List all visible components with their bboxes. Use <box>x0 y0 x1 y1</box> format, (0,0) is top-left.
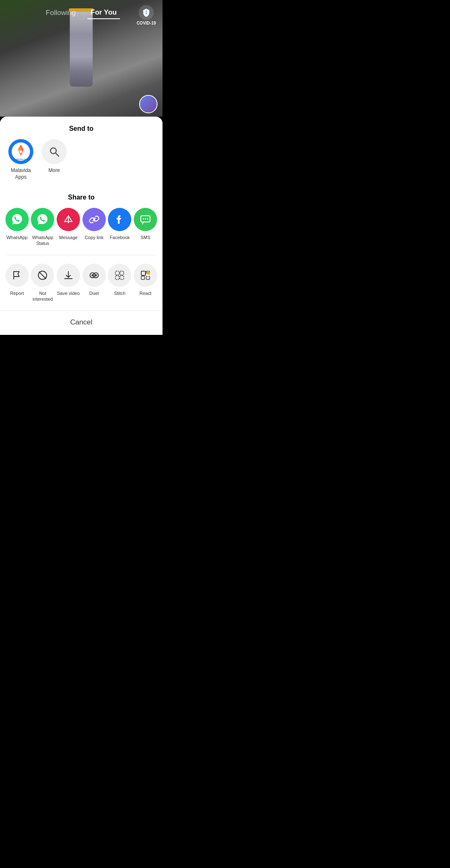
svg-point-10 <box>143 218 144 219</box>
not-interested-icon <box>31 264 54 287</box>
duet-icon <box>82 264 106 287</box>
sms-label: SMS <box>140 234 150 240</box>
svg-rect-23 <box>115 276 119 279</box>
save-video-label: Save video <box>57 290 80 296</box>
svg-rect-22 <box>120 271 124 275</box>
share-item-more[interactable]: More <box>42 139 67 180</box>
svg-rect-28 <box>146 276 150 279</box>
nav-bar: Following · For You COVID-19 <box>0 0 162 26</box>
svg-point-20 <box>95 274 97 276</box>
send-to-header: Send to <box>0 117 162 139</box>
whatsapp-icon <box>5 208 29 231</box>
whatsapp-label: WhatsApp <box>6 234 28 240</box>
stitch-label: Stitch <box>114 290 126 296</box>
action-react[interactable]: 😊 React <box>133 264 158 302</box>
share-message[interactable]: Message <box>56 208 80 247</box>
action-save-video[interactable]: Save video <box>56 264 80 302</box>
nav-tabs: Following · For You <box>42 7 120 19</box>
facebook-label: Facebook <box>110 234 130 240</box>
save-video-icon <box>57 264 80 287</box>
sms-icon <box>134 208 157 231</box>
bottom-sheet: Send to malavida.com MalavidaApps <box>0 117 162 335</box>
svg-rect-21 <box>115 271 119 275</box>
svg-point-2 <box>20 150 22 153</box>
action-report[interactable]: Report <box>5 264 29 302</box>
report-label: Report <box>10 290 24 296</box>
react-icon: 😊 <box>134 264 157 287</box>
facebook-icon <box>108 208 131 231</box>
avatar[interactable] <box>139 95 158 113</box>
action-duet[interactable]: Duet <box>82 264 106 302</box>
share-grid: WhatsApp WhatsAppStatus <box>0 208 162 255</box>
svg-line-5 <box>56 153 59 157</box>
tab-for-you[interactable]: For You <box>88 7 120 19</box>
video-background: Following · For You COVID-19 <box>0 0 162 117</box>
more-search-icon <box>42 139 67 164</box>
copy-link-icon <box>82 208 106 231</box>
svg-text:malavida.com: malavida.com <box>13 158 28 160</box>
covid-badge[interactable]: COVID-19 <box>137 5 156 25</box>
not-interested-label: Notinterested <box>32 290 52 302</box>
share-facebook[interactable]: Facebook <box>108 208 132 247</box>
action-grid: Report Notinterested Save video <box>0 255 162 311</box>
report-icon <box>5 264 29 287</box>
covid-shield-icon <box>139 5 154 20</box>
svg-rect-24 <box>120 276 124 279</box>
svg-point-12 <box>147 218 148 219</box>
message-icon <box>57 208 80 231</box>
share-item-malavida[interactable]: malavida.com MalavidaApps <box>8 139 33 180</box>
whatsapp-status-label: WhatsAppStatus <box>32 234 53 247</box>
svg-rect-26 <box>141 271 145 275</box>
copy-link-label: Copy link <box>85 234 103 240</box>
action-not-interested[interactable]: Notinterested <box>30 264 55 302</box>
svg-rect-29 <box>141 276 145 279</box>
svg-rect-25 <box>141 271 145 275</box>
malavida-icon: malavida.com <box>8 139 33 164</box>
react-label: React <box>140 290 152 296</box>
more-label: More <box>48 167 60 174</box>
direct-share-row: malavida.com MalavidaApps More <box>0 139 162 189</box>
whatsapp-status-icon <box>31 208 54 231</box>
malavida-label: MalavidaApps <box>11 167 31 180</box>
stitch-icon <box>108 264 131 287</box>
nav-divider: · <box>82 10 84 16</box>
svg-point-19 <box>91 274 93 276</box>
svg-point-11 <box>145 218 146 219</box>
message-label: Message <box>59 234 78 240</box>
duet-label: Duet <box>89 290 99 296</box>
share-whatsapp-status[interactable]: WhatsAppStatus <box>30 208 55 247</box>
cancel-label: Cancel <box>70 318 92 326</box>
cancel-bar[interactable]: Cancel <box>0 310 162 335</box>
svg-line-14 <box>39 272 46 279</box>
share-copy-link[interactable]: Copy link <box>82 208 106 247</box>
share-to-header: Share to <box>0 190 162 208</box>
share-to-section: Share to WhatsApp WhatsAppStat <box>0 189 162 255</box>
tab-following[interactable]: Following <box>42 7 79 19</box>
svg-text:😊: 😊 <box>146 271 150 275</box>
share-whatsapp[interactable]: WhatsApp <box>5 208 29 247</box>
covid-label: COVID-19 <box>137 21 156 25</box>
share-sms[interactable]: SMS <box>133 208 158 247</box>
action-stitch[interactable]: Stitch <box>108 264 132 302</box>
